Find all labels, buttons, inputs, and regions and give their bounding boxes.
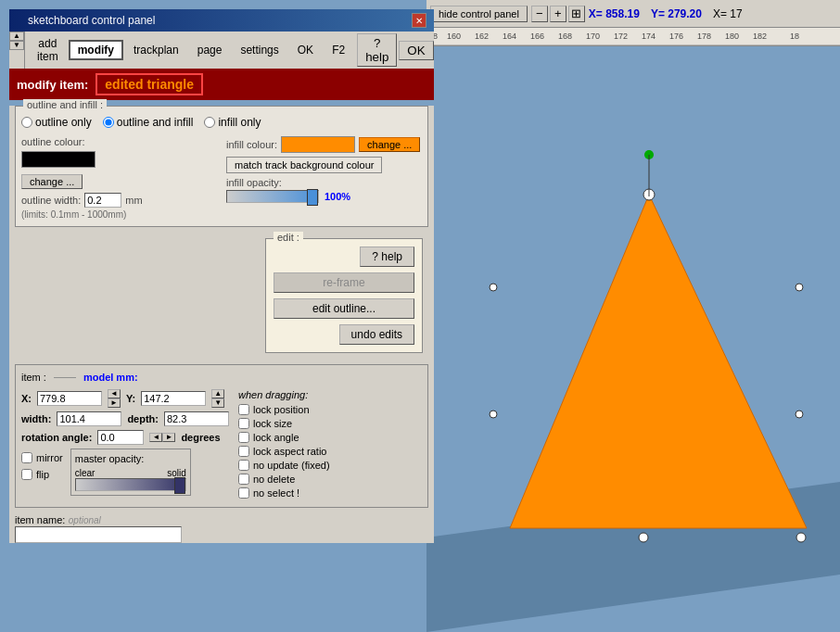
match-bg-button[interactable]: match track background colour [226,157,382,173]
rot-left-arrow[interactable]: ◄ [149,433,162,442]
menu-trackplan[interactable]: trackplan [125,41,187,59]
infill-col: infill colour: change ... match track ba… [226,136,422,221]
x-row: X: ◄ ► Y: ▲ ▼ [21,389,229,408]
y-input[interactable] [141,391,206,406]
outline-only-radio-label[interactable]: outline only [21,116,92,129]
edit-outline-button[interactable]: edit outline... [274,298,414,319]
window-title: sketchboard control panel [28,14,155,27]
outline-colour-swatch [21,151,95,168]
outline-width-input[interactable] [84,193,121,208]
item-name-input[interactable] [15,526,182,543]
svg-point-11 [796,533,806,542]
menu-ok[interactable]: OK [289,41,322,59]
outline-infill-title: outline and infill : [23,99,107,110]
xy-depth-col: X: ◄ ► Y: ▲ ▼ [21,389,229,501]
outline-only-radio[interactable] [21,117,32,128]
item-label: item : [21,372,46,383]
zoom-expand-button[interactable]: ⊞ [568,6,585,22]
infill-only-radio[interactable] [204,117,215,128]
hide-control-panel-button[interactable]: hide control panel [430,6,528,22]
no-delete-row[interactable]: no delete [238,474,350,485]
edit-area: edit : ? help re-frame edit outline... u… [15,233,428,359]
no-delete-label: no delete [253,474,295,485]
scroll-up-button[interactable]: ▲ [9,32,24,41]
item-name-label: item name: [15,514,65,525]
modify-label: modify item: [17,78,88,92]
master-opacity: master opacity: clear solid [70,449,191,496]
no-select-row[interactable]: no select ! [238,487,350,499]
x-left-arrow[interactable]: ◄ [108,389,121,398]
svg-text:18: 18 [790,32,799,41]
no-update-checkbox[interactable] [238,460,249,471]
menu-page[interactable]: page [189,41,231,59]
help-button[interactable]: ? help [357,33,397,67]
lock-position-row[interactable]: lock position [238,404,350,415]
svg-text:160: 160 [447,32,461,41]
edit-buttons: ? help re-frame edit outline... undo edi… [274,246,414,345]
lock-aspect-row[interactable]: lock aspect ratio [238,446,350,457]
close-button[interactable]: ✕ [412,13,426,28]
lock-aspect-checkbox[interactable] [238,446,249,457]
y-up-arrow[interactable]: ▲ [211,389,224,398]
lock-position-checkbox[interactable] [238,404,249,415]
infill-colour-label: infill colour: [226,139,277,150]
item-section-title: item : —— model mm: [21,371,422,384]
optional-label: optional [69,515,101,525]
reframe-button[interactable]: re-frame [274,272,414,293]
lock-angle-checkbox[interactable] [238,432,249,443]
rot-right-arrow[interactable]: ► [162,433,175,442]
menu-f2[interactable]: F2 [324,41,353,59]
master-opacity-thumb[interactable] [174,477,185,494]
item-controls-row: X: ◄ ► Y: ▲ ▼ [21,389,422,501]
change-outline-button[interactable]: change ... [21,174,83,189]
dashes: —— [54,371,76,384]
zoom-in-button[interactable]: + [550,6,566,22]
svg-point-9 [795,411,803,418]
depth-label: depth: [127,413,159,424]
outline-and-infill-radio-label[interactable]: outline and infill [103,116,194,129]
menu-settings[interactable]: settings [232,41,286,59]
outline-colour-label: outline colour: [21,136,85,147]
change-infill-button[interactable]: change ... [359,137,420,152]
lock-size-row[interactable]: lock size [238,418,350,429]
zoom-out-button[interactable]: − [531,6,548,22]
when-dragging-section: when dragging: lock position lock size l… [238,389,350,501]
opacity-thumb[interactable] [307,189,318,206]
y-coordinate-display: Y= 279.20 [651,7,702,20]
svg-point-7 [795,284,803,291]
infill-colour-row: infill colour: change ... [226,136,422,153]
depth-input[interactable] [164,411,229,426]
mirror-checkbox[interactable] [21,452,32,463]
width-input[interactable] [57,411,121,426]
master-opacity-slider[interactable] [75,478,186,491]
edit-help-button[interactable]: ? help [360,246,414,267]
lock-size-checkbox[interactable] [238,418,249,429]
no-update-row[interactable]: no update (fixed) [238,460,350,471]
undo-edits-button[interactable]: undo edits [339,324,414,345]
item-name-row: item name: optional [15,513,428,543]
y-down-arrow[interactable]: ▼ [211,398,224,408]
width-label: width: [21,413,51,424]
menu-modify[interactable]: modify [69,40,123,60]
svg-text:176: 176 [669,32,683,41]
no-select-checkbox[interactable] [238,487,249,499]
outline-and-infill-radio[interactable] [103,117,114,128]
opacity-slider[interactable] [226,190,319,203]
y-label: Y: [126,393,135,404]
flip-label[interactable]: flip [21,469,63,480]
outline-colour-row: outline colour: [21,136,217,147]
flip-checkbox[interactable] [21,469,32,480]
ok-button[interactable]: OK [399,41,433,60]
opacity-row: 100% [226,190,422,203]
infill-only-radio-label[interactable]: infill only [204,116,261,129]
no-delete-checkbox[interactable] [238,474,249,485]
svg-point-8 [490,411,497,418]
svg-text:162: 162 [475,32,489,41]
x-input[interactable] [37,391,102,406]
rotation-input[interactable] [97,430,144,445]
mirror-label[interactable]: mirror [21,452,63,463]
menu-add-item[interactable]: add item [29,34,67,66]
lock-angle-row[interactable]: lock angle [238,432,350,443]
scroll-down-button[interactable]: ▼ [9,41,24,50]
x-right-arrow[interactable]: ► [108,398,121,408]
